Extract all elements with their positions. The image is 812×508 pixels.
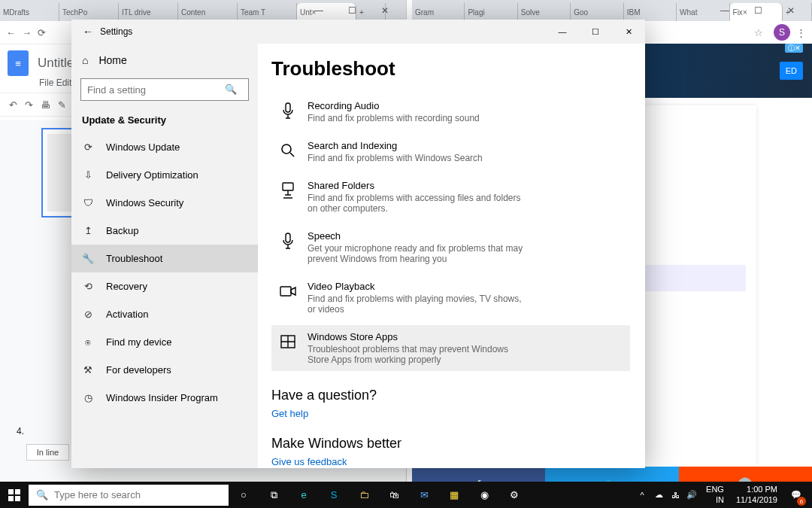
search-input[interactable] [80, 78, 249, 101]
settings-titlebar: ← Settings — ☐ ✕ [71, 20, 645, 44]
paint-icon[interactable]: ✎ [58, 99, 66, 111]
taskbar: 🔍 Type here to search ○ ⧉ e S 🗀 🛍 ✉ ▦ ◉ … [0, 482, 812, 508]
list-number: 4. [17, 426, 24, 437]
sidebar-item-for-developers[interactable]: ⚒For developers [71, 356, 258, 384]
home-icon: ⌂ [82, 54, 88, 66]
hero-button[interactable]: ED [780, 62, 803, 80]
troubleshooter-search-indexing[interactable]: Search and IndexingFind and fix problems… [271, 134, 630, 169]
page-heading: Troubleshoot [271, 57, 630, 81]
sidebar-item-recovery[interactable]: ⟲Recovery [71, 272, 258, 300]
sidebar-item-windows-security[interactable]: 🛡Windows Security [71, 189, 258, 217]
store-icon[interactable]: 🛍 [379, 482, 409, 508]
sidebar-item-activation[interactable]: ⊘Activation [71, 300, 258, 328]
get-help-link[interactable]: Get help [271, 408, 630, 419]
delivery-icon: ⇩ [82, 169, 94, 181]
onedrive-icon[interactable]: ☁ [650, 490, 667, 500]
reload-icon[interactable]: ⟳ [38, 27, 46, 38]
troubleshooter-recording-audio[interactable]: Recording AudioFind and fix problems wit… [271, 94, 630, 129]
troubleshooter-shared-folders[interactable]: Shared FoldersFind and fix problems with… [271, 174, 630, 220]
print-icon[interactable]: 🖶 [41, 99, 50, 111]
settings-icon[interactable]: ⚙ [499, 482, 529, 508]
tab[interactable]: Conten [178, 3, 238, 21]
tab[interactable]: Plagi [465, 3, 517, 21]
feedback-link[interactable]: Give us feedback [271, 456, 630, 467]
ad-close-icon[interactable]: ⓘ✕ [785, 44, 803, 53]
tab[interactable]: Goo [571, 3, 623, 21]
cortana-icon[interactable]: ○ [229, 482, 259, 508]
sidebar-item-backup[interactable]: ↥Backup [71, 217, 258, 245]
recovery-icon: ⟲ [82, 281, 94, 292]
task-view-icon[interactable]: ⧉ [259, 482, 289, 508]
tab[interactable]: Team T [238, 3, 297, 21]
close-button[interactable]: ✕ [368, 0, 401, 21]
bookmark-icon[interactable]: ☆ [754, 27, 763, 38]
troubleshooter-speech[interactable]: SpeechGet your microphone ready and fix … [271, 224, 630, 270]
close-button[interactable]: ✕ [774, 0, 807, 21]
tab[interactable]: Solve [518, 3, 571, 21]
edge-icon[interactable]: e [289, 482, 319, 508]
undo-icon[interactable]: ↶ [9, 99, 17, 111]
backup-icon: ↥ [82, 225, 94, 236]
volume-icon[interactable]: 🔊 [683, 490, 700, 500]
settings-search[interactable]: 🔍 [80, 78, 249, 101]
troubleshooter-windows-store-apps[interactable]: Windows Store AppsTroubleshoot problems … [271, 325, 630, 371]
wrench-icon: 🔧 [82, 253, 94, 264]
troubleshooter-video-playback[interactable]: Video PlaybackFind and fix problems with… [271, 275, 630, 321]
maximize-button[interactable]: ☐ [741, 0, 774, 21]
redo-icon[interactable]: ↷ [25, 99, 33, 111]
profile-avatar[interactable]: S [774, 24, 790, 41]
minimize-button[interactable]: — [546, 20, 579, 44]
docs-logo-icon: ≡ [8, 50, 29, 76]
sticky-notes-icon[interactable]: ▦ [439, 482, 469, 508]
minimize-button[interactable]: — [302, 0, 335, 21]
window-title: Settings [100, 26, 132, 37]
skype-icon[interactable]: S [319, 482, 349, 508]
taskbar-pinned: ○ ⧉ e S 🗀 🛍 ✉ ▦ ◉ ⚙ [229, 482, 529, 508]
minimize-button[interactable]: — [708, 0, 741, 21]
maximize-button[interactable]: ☐ [579, 20, 612, 44]
key-icon: ⊘ [82, 309, 94, 320]
svg-point-1 [282, 144, 291, 154]
search-icon [279, 141, 297, 160]
dev-icon: ⚒ [82, 364, 94, 376]
back-button[interactable]: ← [76, 26, 100, 38]
tab[interactable]: ITL drive [119, 3, 178, 21]
explorer-icon[interactable]: 🗀 [349, 482, 379, 508]
nav-back-icon[interactable]: ← [6, 27, 16, 38]
store-icon [279, 333, 297, 351]
taskbar-lang[interactable]: ENG IN [700, 485, 730, 504]
tab[interactable]: M Drafts [0, 3, 59, 21]
settings-main: Troubleshoot Recording AudioFind and fix… [258, 44, 645, 468]
network-icon[interactable]: 🖧 [667, 491, 683, 500]
question-heading: Have a question? [271, 388, 630, 403]
sync-icon: ⟳ [82, 141, 94, 153]
start-button[interactable] [0, 482, 29, 508]
settings-window: ← Settings — ☐ ✕ ⌂ Home 🔍 Update & Secur… [71, 20, 645, 468]
mic-icon [279, 232, 297, 250]
close-button[interactable]: ✕ [612, 20, 645, 44]
sidebar-item-windows-update[interactable]: ⟳Windows Update [71, 133, 258, 161]
chrome-icon[interactable]: ◉ [469, 482, 499, 508]
tab[interactable]: TechPo [59, 3, 119, 21]
kebab-icon[interactable]: ⋮ [796, 27, 806, 38]
action-center-icon[interactable]: 💬 [783, 482, 809, 508]
sidebar-item-find-my-device[interactable]: ⍟Find my device [71, 328, 258, 356]
sidebar-home[interactable]: ⌂ Home [71, 48, 258, 72]
sidebar-item-troubleshoot[interactable]: 🔧Troubleshoot [71, 245, 258, 272]
svg-rect-7 [15, 489, 20, 494]
wrap-inline-option[interactable]: In line [26, 444, 69, 461]
taskbar-clock[interactable]: 1:00 PM 11/14/2019 [730, 485, 783, 504]
sidebar-item-delivery-optimization[interactable]: ⇩Delivery Optimization [71, 161, 258, 189]
maximize-button[interactable]: ☐ [335, 0, 368, 21]
tab[interactable]: Gram [412, 3, 465, 21]
taskbar-search[interactable]: 🔍 Type here to search [29, 485, 229, 506]
mail-icon[interactable]: ✉ [409, 482, 439, 508]
home-label: Home [98, 54, 126, 66]
nav-forward-icon[interactable]: → [22, 27, 32, 38]
tab[interactable]: IBM [624, 3, 677, 21]
tab-strip: Gram Plagi Solve Goo IBM What Fix × + — … [412, 0, 812, 21]
sidebar-item-insider-program[interactable]: ◷Windows Insider Program [71, 384, 258, 412]
settings-sidebar: ⌂ Home 🔍 Update & Security ⟳Windows Upda… [71, 44, 258, 468]
svg-rect-8 [8, 496, 14, 501]
tray-overflow-icon[interactable]: ^ [634, 491, 650, 500]
